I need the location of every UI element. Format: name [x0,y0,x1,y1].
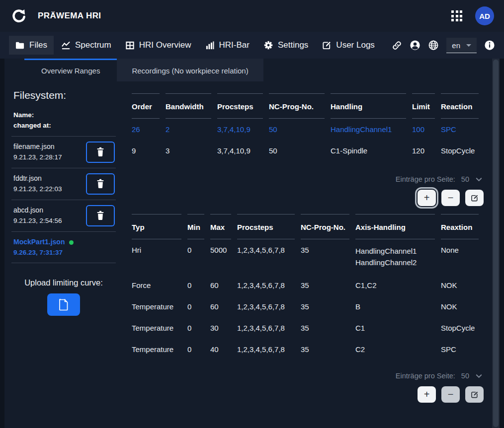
file-list-item[interactable]: filename.json 9.21.23, 2:28:17 [11,137,116,168]
page-size-value[interactable]: 50 [461,372,469,380]
nav-item-spectrum[interactable]: Spectrum [55,36,118,55]
table-row[interactable]: Temperature 0 40 1,2,3,4,5,6,7,8 35 C2 S… [132,339,479,360]
cell: 1,2,3,4,5,6,7,8 [237,339,295,360]
add-row-button[interactable]: + [418,386,436,403]
cell: HandlingChannel1 [331,119,406,140]
nav-item-hri-bar[interactable]: HRI-Bar [199,36,256,55]
column-header[interactable]: Reaction [441,93,479,119]
column-header[interactable]: Max [210,214,231,239]
column-header[interactable]: Handling [331,93,406,119]
cell: 50 [269,140,325,161]
cell: 120 [412,140,435,161]
apps-grid-icon[interactable] [451,10,462,21]
column-header[interactable]: Order [132,93,160,119]
column-header[interactable]: Min [187,214,204,239]
chevron-down-icon[interactable] [475,372,483,380]
active-file-dot-icon [69,240,74,245]
cell: StopCycle [441,317,479,339]
cell: 2 [166,119,211,140]
column-header[interactable]: Reaxtion [441,214,479,239]
add-row-button[interactable]: + [418,190,436,206]
column-header[interactable]: Procsteps [217,93,263,119]
changed-at-label: changed at: [13,121,116,131]
filesystem-sidebar: Filesystem: Name: changed at: filename.j… [4,81,119,428]
cell: C1,C2 [355,275,435,296]
delete-file-button[interactable] [86,205,115,226]
cell: 35 [301,239,349,275]
cell: 3,7,4,10,9 [217,119,263,140]
language-select[interactable]: en [446,38,477,53]
upload-limiting-curve-label: Upload limiting curve: [11,278,116,287]
globe-icon[interactable] [428,40,439,51]
folder-icon [15,41,25,50]
page-size-label: Einträge pro Seite: [396,175,455,183]
upload-file-button[interactable] [47,293,80,316]
app-title: PRÄWEMA HRI [38,11,101,21]
edit-square-icon [471,391,479,399]
language-value: en [452,41,460,50]
cell: 1,2,3,4,5,6,7,8 [237,275,295,296]
chevron-down-icon[interactable] [475,176,483,183]
column-header[interactable]: NC-Prog-No. [269,93,325,119]
table-row[interactable]: Force 0 60 1,2,3,4,5,6,7,8 35 C1,C2 NOK [132,275,479,296]
table-row[interactable]: Temperature 0 30 1,2,3,4,5,6,7,8 35 C1 S… [132,317,479,339]
cell: 0 [187,339,204,360]
cell: Temperature [132,317,181,339]
main-navbar: Files Spectrum HRI Overview HRI-Bar [0,32,504,59]
file-name: abcd.json [13,205,62,216]
cell: 0 [187,296,204,317]
nav-item-user-logs[interactable]: User Logs [316,36,381,55]
file-list-item[interactable]: fddtr.json 9.21.23, 2:22:03 [11,168,116,200]
main-panel: Order Bandwidth Procsteps NC-Prog-No. Ha… [119,81,500,428]
tab-bar: Overview Ranges Recordings (No workpiece… [4,59,500,81]
content-area: Overview Ranges Recordings (No workpiece… [4,59,500,428]
top-header: PRÄWEMA HRI AD [0,0,504,32]
tab-overview-ranges[interactable]: Overview Ranges [24,59,117,81]
link-icon[interactable] [392,40,402,51]
cell: 35 [301,296,349,317]
table-row[interactable]: Hri 0 5000 1,2,3,4,5,6,7,8 35 HandlingCh… [132,239,479,275]
column-header[interactable]: Typ [132,214,181,239]
cell: 0 [187,317,204,339]
gear-icon [263,40,273,50]
edit-row-button[interactable] [465,190,484,206]
user-circle-icon[interactable] [410,40,420,51]
tab-recordings[interactable]: Recordings (No workpiece relation) [117,59,263,81]
cell: C1-Spindle [331,140,406,161]
cell: HandlingChannel1 HandlingChannel2 [355,239,435,275]
scrollbar-thumb[interactable] [493,60,499,427]
cell: None [441,239,479,275]
vertical-scrollbar[interactable] [492,59,500,428]
file-list-item-active[interactable]: MockPart1.json 9.26.23, 7:31:37 [11,232,116,264]
column-header[interactable]: Bandwidth [166,93,211,119]
cell: 5000 [210,239,231,275]
table-row-selected[interactable]: 26 2 3,7,4,10,9 50 HandlingChannel1 100 … [132,119,479,140]
table-row[interactable]: 9 3 3,7,4,10,9 50 C1-Spindle 120 StopCyc… [132,140,479,161]
file-name: fddtr.json [13,173,62,184]
column-header[interactable]: NC-Prog-No. [301,214,349,239]
nav-item-hri-overview[interactable]: HRI Overview [119,36,198,55]
remove-row-button[interactable]: − [441,190,460,206]
column-header[interactable]: Procsteps [237,214,295,239]
remove-row-button[interactable]: − [441,386,460,403]
delete-file-button[interactable] [86,142,115,163]
column-header[interactable]: Axis-Handling [355,214,435,239]
ranges-actions: + − [126,190,485,206]
avatar[interactable]: AD [475,6,494,25]
edit-square-icon [471,194,479,202]
page-size-value[interactable]: 50 [461,175,469,183]
nav-item-settings[interactable]: Settings [257,36,315,55]
table-row[interactable]: Temperature 0 60 1,2,3,4,5,6,7,8 35 B NO… [132,296,479,317]
file-changed-at: 9.21.23, 2:54:56 [13,216,62,226]
info-icon[interactable] [484,40,495,51]
ranges-table: Order Bandwidth Procsteps NC-Prog-No. Ha… [126,93,485,161]
delete-file-button[interactable] [86,173,115,195]
file-list-item[interactable]: abcd.json 9.21.23, 2:54:56 [11,200,116,232]
nav-item-files[interactable]: Files [9,36,54,55]
cell: 9 [132,140,160,161]
column-header[interactable]: Limit [412,93,435,119]
cell: 30 [210,317,231,339]
cell: SPC [441,119,479,140]
edit-row-button[interactable] [465,386,484,403]
cell: C1 [355,317,435,339]
